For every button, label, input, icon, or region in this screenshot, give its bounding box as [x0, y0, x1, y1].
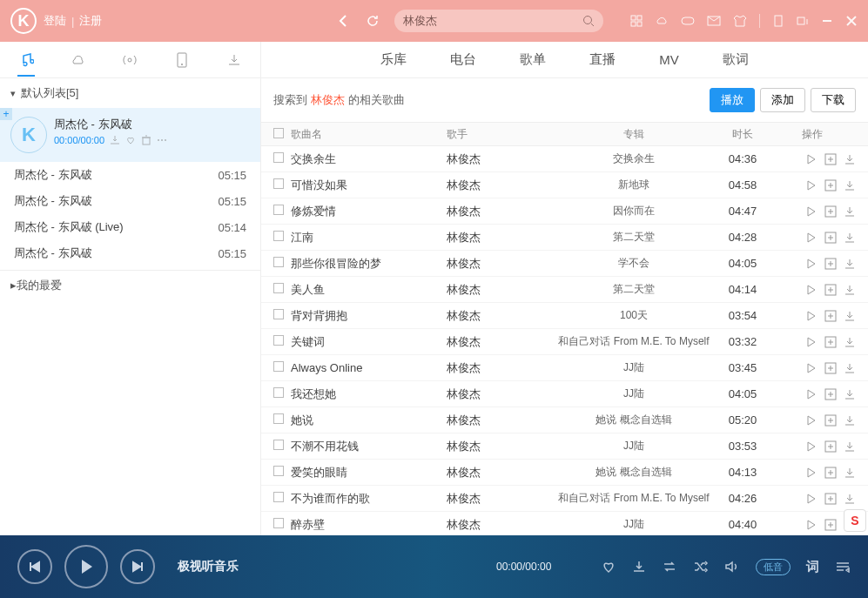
- song-row[interactable]: 不潮不用花钱 林俊杰 JJ陆 03:53: [261, 433, 868, 460]
- loop-icon[interactable]: [662, 560, 677, 574]
- song-row[interactable]: 江南 林俊杰 第二天堂 04:28: [261, 225, 868, 251]
- shirt-icon[interactable]: [733, 15, 747, 27]
- download-icon[interactable]: [844, 232, 856, 244]
- login-link[interactable]: 登陆: [44, 13, 66, 29]
- add-icon[interactable]: [824, 232, 837, 244]
- main-tab[interactable]: 电台: [450, 51, 476, 68]
- compact-icon[interactable]: [797, 15, 809, 27]
- search-icon[interactable]: [582, 15, 595, 27]
- sidebar-track-item[interactable]: 周杰伦 - 东风破 (Live)05:14: [0, 214, 260, 240]
- song-row[interactable]: 背对背拥抱 林俊杰 100天 03:54: [261, 303, 868, 329]
- add-icon[interactable]: [824, 336, 837, 348]
- volume-icon[interactable]: [724, 560, 740, 574]
- song-row[interactable]: 交换余生 林俊杰 交换余生 04:36: [261, 146, 868, 172]
- download-all-button[interactable]: 下载: [811, 88, 856, 112]
- row-checkbox[interactable]: [273, 152, 284, 163]
- favorites-header[interactable]: ▸ 我的最爱: [0, 270, 260, 299]
- row-checkbox[interactable]: [273, 335, 284, 346]
- song-row[interactable]: 美人鱼 林俊杰 第二天堂 04:14: [261, 277, 868, 303]
- shuffle-icon[interactable]: [693, 560, 709, 574]
- cloud-icon[interactable]: [655, 15, 669, 27]
- minimize-icon[interactable]: [821, 15, 833, 27]
- download-icon[interactable]: [844, 467, 856, 479]
- download-icon[interactable]: [844, 440, 856, 453]
- tab-phone-icon[interactable]: [165, 52, 199, 68]
- tab-download-icon[interactable]: [217, 53, 252, 67]
- sound-effect-pill[interactable]: 低音: [756, 559, 791, 575]
- search-box[interactable]: [394, 10, 603, 32]
- download-icon[interactable]: [632, 560, 646, 574]
- download-icon[interactable]: [844, 388, 856, 400]
- download-icon[interactable]: [844, 310, 856, 322]
- play-icon[interactable]: [805, 362, 818, 374]
- row-checkbox[interactable]: [273, 205, 284, 215]
- prev-button[interactable]: [17, 549, 52, 584]
- download-icon[interactable]: [844, 179, 856, 191]
- song-row[interactable]: 修炼爱情 林俊杰 因你而在 04:47: [261, 198, 868, 225]
- song-row[interactable]: 那些你很冒险的梦 林俊杰 学不会 04:05: [261, 251, 868, 277]
- nav-refresh-button[interactable]: [358, 6, 387, 36]
- play-icon[interactable]: [805, 336, 818, 348]
- add-icon[interactable]: [824, 519, 837, 531]
- row-checkbox[interactable]: [273, 178, 284, 189]
- row-checkbox[interactable]: [273, 440, 284, 450]
- now-playing-card[interactable]: + K 周杰伦 - 东风破 00:00/00:00: [0, 108, 260, 162]
- download-icon[interactable]: [844, 414, 856, 427]
- heart-icon[interactable]: [125, 135, 136, 145]
- tab-music-icon[interactable]: [9, 52, 44, 68]
- row-checkbox[interactable]: [273, 518, 284, 528]
- add-icon[interactable]: [824, 179, 837, 191]
- play-icon[interactable]: [805, 232, 818, 244]
- song-row[interactable]: 我还想她 林俊杰 JJ陆 04:05: [261, 381, 868, 407]
- add-button[interactable]: +: [0, 108, 12, 120]
- download-icon[interactable]: [844, 336, 856, 348]
- song-row[interactable]: 可惜没如果 林俊杰 新地球 04:58: [261, 172, 868, 198]
- lyrics-button[interactable]: 词: [806, 559, 819, 575]
- add-icon[interactable]: [824, 414, 837, 427]
- download-icon[interactable]: [844, 205, 856, 218]
- play-icon[interactable]: [805, 493, 818, 505]
- row-checkbox[interactable]: [273, 466, 284, 476]
- add-icon[interactable]: [824, 258, 837, 270]
- play-icon[interactable]: [805, 205, 818, 218]
- row-checkbox[interactable]: [273, 257, 284, 267]
- like-icon[interactable]: [601, 560, 616, 574]
- download-icon[interactable]: [844, 284, 856, 296]
- tab-radio-icon[interactable]: [112, 52, 147, 68]
- sidebar-track-item[interactable]: 周杰伦 - 东风破05:15: [0, 162, 260, 188]
- play-icon[interactable]: [805, 440, 818, 453]
- download-icon[interactable]: [844, 258, 856, 270]
- download-icon[interactable]: [844, 362, 856, 374]
- add-icon[interactable]: [824, 467, 837, 479]
- add-icon[interactable]: [824, 440, 837, 453]
- sidebar-track-item[interactable]: 周杰伦 - 东风破05:15: [0, 240, 260, 266]
- gamepad-icon[interactable]: [681, 16, 695, 26]
- select-all-checkbox[interactable]: [273, 128, 284, 138]
- play-icon[interactable]: [805, 414, 818, 427]
- main-tab[interactable]: 歌词: [723, 51, 749, 68]
- song-row[interactable]: 醉赤壁 林俊杰 JJ陆 04:40: [261, 512, 868, 535]
- search-input[interactable]: [403, 15, 582, 28]
- download-icon[interactable]: [110, 135, 120, 145]
- add-icon[interactable]: [824, 362, 837, 374]
- play-icon[interactable]: [805, 310, 818, 322]
- song-list[interactable]: 交换余生 林俊杰 交换余生 04:36 可惜没如果 林俊杰 新地球 04:58 …: [261, 146, 868, 535]
- default-playlist-header[interactable]: ▾ 默认列表[5]: [0, 78, 260, 108]
- mail-icon[interactable]: [707, 16, 721, 26]
- song-row[interactable]: Always Online 林俊杰 JJ陆 03:45: [261, 355, 868, 381]
- add-icon[interactable]: [824, 493, 837, 505]
- row-checkbox[interactable]: [273, 413, 284, 424]
- song-row[interactable]: 关键词 林俊杰 和自己对话 From M.E. To Myself 03:32: [261, 329, 868, 355]
- play-all-button[interactable]: 播放: [710, 88, 755, 112]
- main-tab[interactable]: 歌单: [520, 51, 546, 68]
- close-icon[interactable]: [845, 15, 858, 27]
- register-link[interactable]: 注册: [79, 13, 102, 29]
- row-checkbox[interactable]: [273, 361, 284, 372]
- delete-icon[interactable]: [141, 135, 151, 145]
- add-all-button[interactable]: 添加: [760, 88, 805, 112]
- play-icon[interactable]: [805, 284, 818, 296]
- tab-cloud-icon[interactable]: [61, 53, 96, 67]
- song-row[interactable]: 不为谁而作的歌 林俊杰 和自己对话 From M.E. To Myself 04…: [261, 486, 868, 512]
- apps-icon[interactable]: [630, 15, 643, 27]
- main-tab[interactable]: 乐库: [380, 51, 407, 68]
